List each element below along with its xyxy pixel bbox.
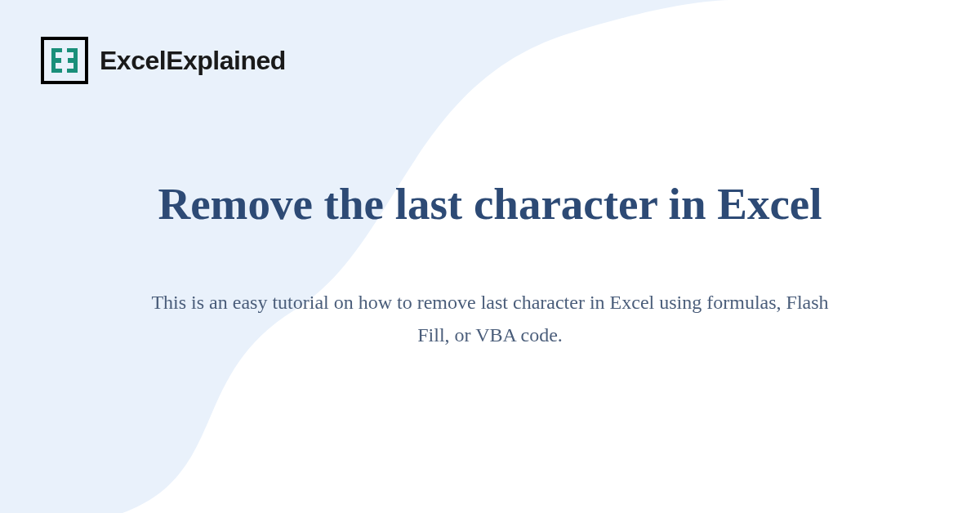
page-title: Remove the last character in Excel — [158, 178, 822, 230]
page-description: This is an easy tutorial on how to remov… — [143, 287, 837, 351]
